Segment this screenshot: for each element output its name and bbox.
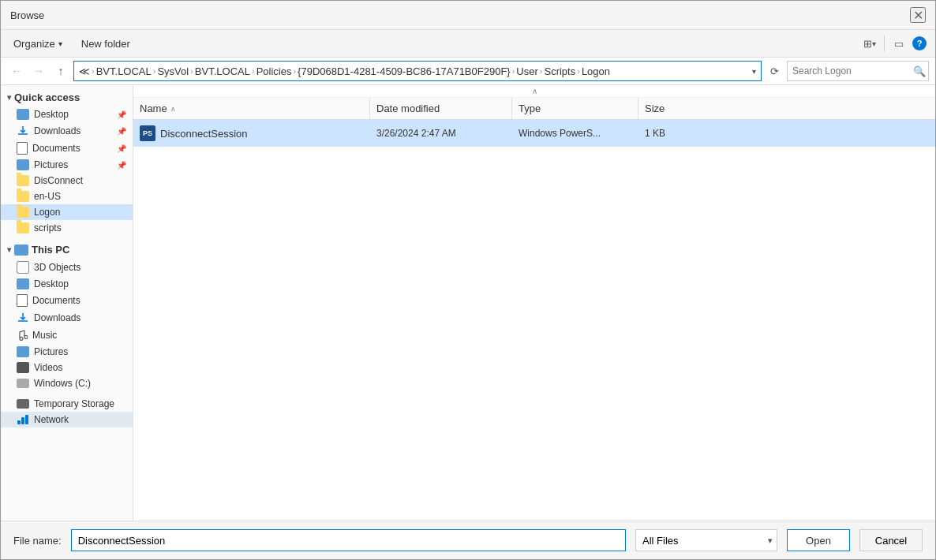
- quick-access-arrow: ▾: [7, 93, 11, 102]
- breadcrumb-scripts: Scripts: [544, 65, 575, 77]
- search-icon: 🔍: [913, 65, 926, 77]
- sidebar-item-temporary-storage[interactable]: Temporary Storage: [1, 396, 133, 412]
- sidebar-item-label: Desktop: [34, 278, 69, 289]
- table-row[interactable]: PS DisconnectSession 3/26/2024 2:47 AM W…: [133, 120, 935, 147]
- sidebar-item-pictures-pc[interactable]: Pictures: [1, 344, 133, 360]
- toolbar-divider: [884, 35, 885, 51]
- quick-access-label: Quick access: [14, 91, 80, 103]
- sidebar-item-label: scripts: [34, 222, 62, 233]
- sidebar-item-pictures-qa[interactable]: Pictures 📌: [1, 157, 133, 173]
- network-icon: [17, 414, 29, 425]
- refresh-button[interactable]: ⟳: [765, 62, 784, 80]
- sidebar-item-label: Downloads: [34, 125, 80, 136]
- address-bar-row: ← → ↑ ≪ › BVT.LOCAL › SysVol › BVT.LOCAL…: [1, 58, 935, 85]
- file-name-cell: PS DisconnectSession: [133, 122, 370, 144]
- col-header-date[interactable]: Date modified: [370, 98, 512, 119]
- sidebar-item-label: Downloads: [34, 312, 80, 323]
- folder-icon: [17, 175, 29, 186]
- file-name-input-wrapper: [71, 529, 626, 551]
- sidebar-item-label: 3D Objects: [34, 262, 80, 273]
- file-list: PS DisconnectSession 3/26/2024 2:47 AM W…: [133, 120, 935, 521]
- search-input[interactable]: [787, 61, 929, 81]
- help-button[interactable]: ?: [910, 34, 929, 53]
- pictures-icon: [17, 346, 29, 357]
- drive-icon: [17, 379, 29, 388]
- breadcrumb-policies: Policies: [256, 65, 292, 77]
- sidebar-item-label: en-US: [34, 191, 61, 202]
- sidebar-item-windows-c[interactable]: Windows (C:): [1, 375, 133, 391]
- sidebar-item-label: Documents: [32, 143, 80, 154]
- powershell-file-icon: PS: [140, 125, 155, 141]
- open-button[interactable]: Open: [787, 529, 850, 551]
- sidebar-item-label: Windows (C:): [34, 378, 91, 389]
- title-bar: Browse ✕: [1, 1, 935, 30]
- address-breadcrumb[interactable]: ≪ › BVT.LOCAL › SysVol › BVT.LOCAL › Pol…: [73, 61, 762, 81]
- sidebar-item-label: Desktop: [34, 109, 69, 120]
- sidebar-item-label: Music: [32, 330, 57, 341]
- back-button[interactable]: ←: [7, 62, 26, 80]
- help-icon: ?: [912, 36, 927, 50]
- sidebar-item-3d-objects[interactable]: 3D Objects: [1, 259, 133, 276]
- this-pc-arrow: ▾: [7, 245, 11, 254]
- new-folder-button[interactable]: New folder: [75, 33, 137, 54]
- sidebar-item-music[interactable]: Music: [1, 327, 133, 344]
- col-header-name[interactable]: Name ∧: [133, 98, 370, 119]
- sidebar-section-quick-access[interactable]: ▾ Quick access: [1, 88, 133, 106]
- breadcrumb-user: User: [516, 65, 537, 77]
- downloads-icon: [17, 125, 29, 137]
- sidebar-item-documents-pc[interactable]: Documents: [1, 292, 133, 309]
- sidebar-item-label: Pictures: [34, 159, 68, 170]
- breadcrumb-back-arrows: ≪: [79, 65, 90, 77]
- sidebar-item-desktop-qa[interactable]: Desktop 📌: [1, 106, 133, 122]
- documents-icon: [17, 294, 28, 307]
- dialog-title: Browse: [10, 9, 44, 21]
- sidebar-item-label: Network: [34, 414, 69, 425]
- tempstorage-icon: [17, 399, 29, 409]
- content-pane: ∧ Name ∧ Date modified Type Size: [133, 85, 935, 521]
- 3d-icon: [17, 261, 29, 274]
- organize-button[interactable]: Organize ▾: [7, 33, 69, 54]
- folder-icon: [17, 207, 29, 218]
- col-header-type[interactable]: Type: [512, 98, 638, 119]
- svg-rect-1: [21, 417, 24, 424]
- sidebar-item-desktop-pc[interactable]: Desktop: [1, 276, 133, 292]
- details-pane-button[interactable]: ▭: [889, 34, 908, 53]
- sidebar-item-scripts[interactable]: scripts: [1, 220, 133, 236]
- up-button[interactable]: ↑: [51, 62, 70, 80]
- sidebar-item-en-us[interactable]: en-US: [1, 189, 133, 204]
- forward-button[interactable]: →: [29, 62, 48, 80]
- close-button[interactable]: ✕: [910, 7, 926, 23]
- breadcrumb-sysvol: SysVol: [157, 65, 189, 77]
- sidebar-item-disconnect[interactable]: DisConnect: [1, 173, 133, 189]
- file-name: DisconnectSession: [160, 128, 248, 140]
- sidebar-item-downloads-qa[interactable]: Downloads 📌: [1, 122, 133, 140]
- sort-arrow: ∧: [170, 105, 176, 113]
- search-button[interactable]: 🔍: [913, 65, 926, 77]
- scroll-up-button[interactable]: ∧: [133, 85, 935, 98]
- file-type-cell: Windows PowerS...: [512, 125, 638, 142]
- videos-icon: [17, 362, 29, 373]
- view-options-button[interactable]: ⊞ ▾: [860, 34, 879, 53]
- desktop-icon: [17, 109, 29, 120]
- sidebar-item-label: DisConnect: [34, 175, 83, 186]
- sidebar-item-downloads-pc[interactable]: Downloads: [1, 309, 133, 327]
- file-name-input[interactable]: [71, 529, 626, 551]
- file-type-select[interactable]: All Files: [635, 529, 777, 551]
- breadcrumb-bvt-local-1: BVT.LOCAL: [96, 65, 152, 77]
- sidebar-item-logon[interactable]: Logon: [1, 204, 133, 220]
- svg-rect-0: [17, 420, 21, 424]
- file-name-label: File name:: [13, 535, 62, 547]
- file-type-wrapper: All Files: [635, 529, 777, 551]
- sidebar-section-this-pc[interactable]: ▾ This PC: [1, 241, 133, 259]
- sidebar-item-network[interactable]: Network: [1, 412, 133, 427]
- cancel-button[interactable]: Cancel: [859, 529, 923, 551]
- breadcrumb-logon: Logon: [582, 65, 610, 77]
- sidebar-item-documents-qa[interactable]: Documents 📌: [1, 140, 133, 157]
- col-header-size[interactable]: Size: [638, 98, 702, 119]
- refresh-icon: ⟳: [770, 65, 779, 77]
- sidebar-item-videos[interactable]: Videos: [1, 360, 133, 375]
- toolbar: Organize ▾ New folder ⊞ ▾ ▭ ?: [1, 30, 935, 58]
- downloads-icon: [17, 312, 29, 324]
- browse-dialog: Browse ✕ Organize ▾ New folder ⊞ ▾ ▭ ? ←: [0, 0, 936, 560]
- breadcrumb-dropdown-arrow[interactable]: ▾: [752, 67, 756, 76]
